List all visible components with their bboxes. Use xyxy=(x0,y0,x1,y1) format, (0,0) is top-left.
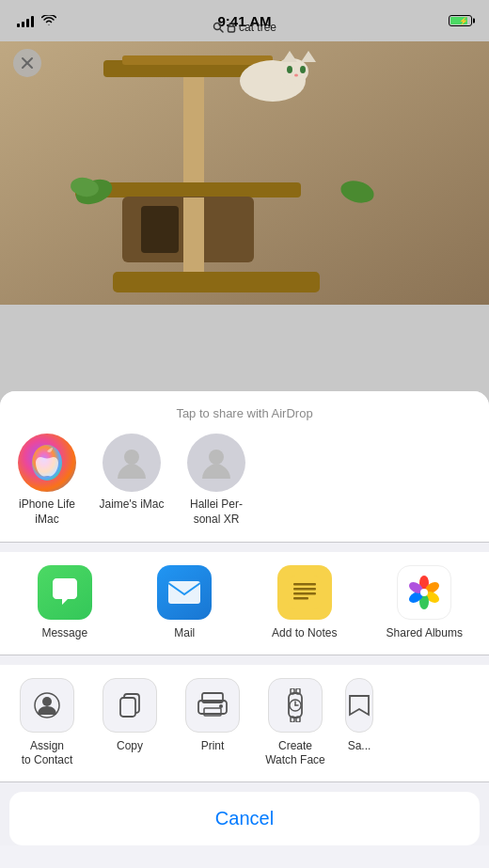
apple-logo-icon xyxy=(29,442,65,483)
svg-rect-30 xyxy=(293,588,316,591)
svg-rect-6 xyxy=(141,206,179,253)
airdrop-contact-hallei[interactable]: Hallei Per- sonal XR xyxy=(182,434,250,527)
cat-image xyxy=(0,41,489,305)
copy-icon-box xyxy=(103,678,157,733)
share-sheet: Tap to share with AirDrop xyxy=(0,391,489,868)
search-bar: cat tree xyxy=(213,21,276,34)
contact-avatar-iphone-life xyxy=(18,434,76,492)
contact-name-iphone-life: iPhone Life iMac xyxy=(19,497,75,527)
person-silhouette-2 xyxy=(198,445,234,481)
airdrop-contact-iphone-life[interactable]: iPhone Life iMac xyxy=(13,434,81,527)
search-icon xyxy=(213,22,224,33)
svg-rect-27 xyxy=(168,581,200,604)
print-icon-box xyxy=(185,678,240,733)
photos-app-icon xyxy=(397,565,451,620)
contact-name-hallei: Hallei Per- sonal XR xyxy=(190,497,243,527)
svg-point-39 xyxy=(420,589,428,596)
contact-avatar-hallei xyxy=(187,434,245,492)
action-item-copy[interactable]: Copy xyxy=(92,678,167,768)
save-icon xyxy=(346,692,372,718)
lock-icon xyxy=(227,22,236,33)
message-app-label: Message xyxy=(41,626,87,641)
svg-rect-3 xyxy=(183,77,204,190)
create-watch-face-label: Create Watch Face xyxy=(265,739,325,768)
svg-rect-2 xyxy=(122,55,273,65)
assign-to-contact-label: Assign to Contact xyxy=(22,739,73,768)
print-label: Print xyxy=(201,739,225,754)
shared-albums-app-label: Shared Albums xyxy=(386,626,463,641)
airdrop-contact-jaimes-imac[interactable]: Jaime's iMac xyxy=(98,434,166,527)
watch-face-icon-box xyxy=(268,678,323,733)
printer-icon xyxy=(197,691,229,719)
svg-point-13 xyxy=(294,74,298,77)
svg-point-11 xyxy=(287,66,292,73)
mail-app-label: Mail xyxy=(174,626,195,641)
cancel-button[interactable]: Cancel xyxy=(9,792,480,845)
mail-envelope-icon xyxy=(167,580,201,605)
search-text: cat tree xyxy=(239,21,276,34)
message-app-icon xyxy=(38,565,92,620)
svg-point-41 xyxy=(42,697,52,706)
app-item-add-to-notes[interactable]: Add to Notes xyxy=(266,565,343,641)
airdrop-section: Tap to share with AirDrop xyxy=(0,391,489,543)
app-item-message[interactable]: Message xyxy=(26,565,103,641)
svg-rect-14 xyxy=(183,197,204,273)
svg-point-25 xyxy=(124,450,139,465)
svg-rect-29 xyxy=(293,583,316,586)
svg-rect-15 xyxy=(113,272,320,292)
svg-rect-32 xyxy=(293,597,308,600)
svg-rect-43 xyxy=(120,698,135,717)
search-area: cat tree xyxy=(0,21,489,34)
person-circle-icon xyxy=(32,690,62,720)
airdrop-contacts: iPhone Life iMac Jaime's iMac xyxy=(13,434,476,529)
copy-label: Copy xyxy=(117,739,143,754)
app-item-mail[interactable]: Mail xyxy=(146,565,223,641)
svg-rect-23 xyxy=(228,26,234,32)
person-silhouette-1 xyxy=(114,445,150,481)
cancel-section: Cancel xyxy=(9,792,480,845)
svg-point-21 xyxy=(213,24,220,30)
actions-section: Assign to Contact Copy xyxy=(0,665,489,782)
apps-section: Message Mail xyxy=(0,552,489,655)
svg-rect-31 xyxy=(293,592,316,595)
close-button[interactable] xyxy=(13,49,41,77)
apple-watch-icon xyxy=(281,688,309,722)
action-item-save[interactable]: Sa... xyxy=(340,678,378,768)
notes-app-icon xyxy=(277,565,332,620)
bottom-spacer xyxy=(0,845,489,868)
svg-line-22 xyxy=(220,29,223,32)
contact-avatar-jaimes-imac xyxy=(103,434,161,492)
action-item-print[interactable]: Print xyxy=(175,678,250,768)
assign-contact-icon xyxy=(20,678,74,733)
add-to-notes-app-label: Add to Notes xyxy=(272,626,337,641)
svg-point-47 xyxy=(219,704,223,708)
action-item-assign-to-contact[interactable]: Assign to Contact xyxy=(9,678,85,768)
save-icon-box xyxy=(345,678,373,733)
save-label: Sa... xyxy=(348,739,371,754)
message-bubble-icon xyxy=(49,576,81,608)
apps-row: Message Mail xyxy=(9,565,480,641)
contact-name-jaimes-imac: Jaime's iMac xyxy=(100,497,165,513)
mail-app-icon xyxy=(157,565,212,620)
airdrop-label: Tap to share with AirDrop xyxy=(13,406,476,420)
action-item-create-watch-face[interactable]: Create Watch Face xyxy=(258,678,333,768)
svg-point-26 xyxy=(209,450,224,465)
copy-documents-icon xyxy=(115,690,145,720)
photos-petals-icon xyxy=(402,571,446,614)
notes-lines-icon xyxy=(288,576,322,609)
app-item-shared-albums[interactable]: Shared Albums xyxy=(386,565,463,641)
svg-point-12 xyxy=(300,66,306,73)
actions-row: Assign to Contact Copy xyxy=(9,678,480,768)
